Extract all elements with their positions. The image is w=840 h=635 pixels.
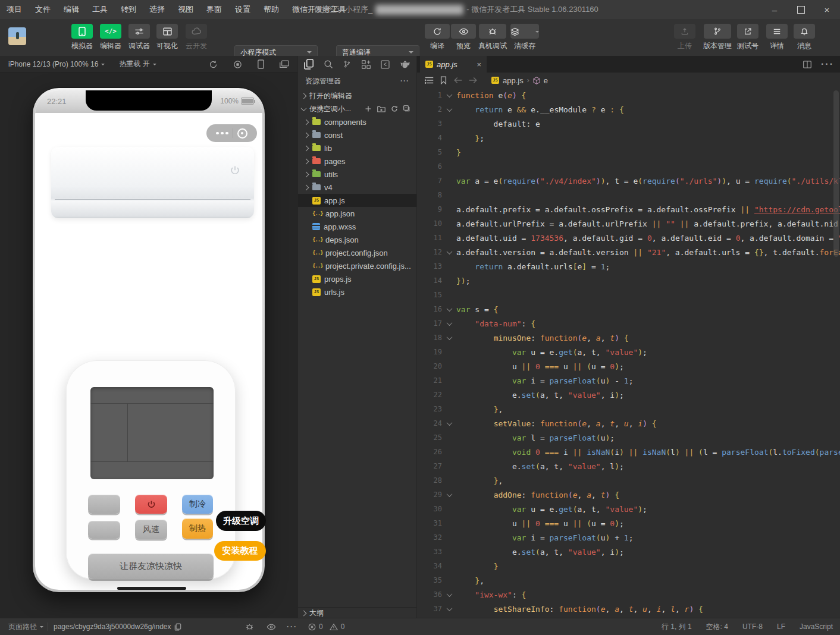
remote-share-button[interactable]: 让群友凉快凉快	[88, 554, 214, 579]
code-line[interactable]: 36 "iwx-wx": {	[417, 587, 840, 602]
code-line[interactable]: 18 minusOne: function(e, a, t) {	[417, 331, 840, 345]
copy-icon[interactable]	[174, 623, 181, 631]
code-line[interactable]: 3 default: e	[417, 117, 840, 131]
code-line[interactable]: 27 e.set(a, t, "value", l);	[417, 459, 840, 473]
record-icon[interactable]	[233, 60, 242, 69]
code-line[interactable]: 31 u || 0 === u || (u = 0);	[417, 516, 840, 530]
miniprogram-capsule[interactable]	[206, 124, 257, 142]
multi-window-icon[interactable]	[280, 60, 289, 68]
visualizer-toggle-button[interactable]: 可视化	[153, 24, 181, 51]
code-line[interactable]: 10a.default.urlPrefix = a.default.urlPre…	[417, 216, 840, 231]
file-row[interactable]: {..}app.json	[298, 207, 416, 220]
line-number[interactable]: 15	[417, 291, 442, 299]
line-number[interactable]: 24	[417, 419, 442, 427]
more-actions-icon[interactable]: ···	[400, 77, 409, 85]
test-account-button[interactable]: 测试号	[734, 24, 761, 51]
fold-gutter[interactable]	[442, 493, 456, 497]
line-number[interactable]: 17	[417, 319, 442, 328]
new-file-icon[interactable]	[365, 105, 372, 112]
line-number[interactable]: 19	[417, 348, 442, 356]
line-number[interactable]: 8	[417, 191, 442, 199]
file-row[interactable]: JSprops.js	[298, 272, 416, 285]
install-tutorial-pill[interactable]: 安装教程	[214, 541, 266, 561]
code-line[interactable]: 14});	[417, 274, 840, 288]
code-line[interactable]: 32 var i = parseFloat(u) + 1;	[417, 530, 840, 545]
close-button[interactable]: ×	[814, 0, 840, 19]
file-row[interactable]: {..}deps.json	[298, 233, 416, 246]
file-row[interactable]: {..}project.private.config.js...	[298, 259, 416, 272]
debugger-toggle-button[interactable]: 调试器	[126, 24, 153, 51]
code-line[interactable]: 33 e.set(a, t, "value", i);	[417, 545, 840, 559]
close-capsule-icon[interactable]	[237, 128, 247, 139]
line-number[interactable]: 13	[417, 262, 442, 271]
version-manage-button[interactable]: 版本管理	[700, 24, 735, 51]
split-editor-icon[interactable]	[803, 61, 811, 68]
code-line[interactable]: 6	[417, 159, 840, 174]
line-number[interactable]: 25	[417, 433, 442, 442]
line-number[interactable]: 23	[417, 405, 442, 413]
forward-icon[interactable]	[469, 77, 478, 84]
code-line[interactable]: 17 "data-num": {	[417, 316, 840, 331]
page-path-value[interactable]: pages/cbygz9da3j50000dw26g/index	[54, 618, 181, 635]
code-line[interactable]: 1function e(e) {	[417, 88, 840, 102]
line-number[interactable]: 34	[417, 562, 442, 570]
line-number[interactable]: 22	[417, 391, 442, 399]
snippet-icon[interactable]	[381, 60, 390, 69]
indent-setting[interactable]: 空格: 4	[706, 622, 728, 632]
editor-scrollbar[interactable]	[833, 90, 839, 257]
code-line[interactable]: 25 var l = parseFloat(u);	[417, 430, 840, 445]
remote-heat-button[interactable]: 制热	[182, 518, 213, 539]
line-number[interactable]: 5	[417, 148, 442, 156]
fold-gutter[interactable]	[442, 336, 456, 340]
new-folder-icon[interactable]	[377, 105, 385, 112]
line-number[interactable]: 28	[417, 476, 442, 485]
fold-gutter[interactable]	[442, 422, 456, 426]
open-editors-section[interactable]: 打开的编辑器	[298, 89, 416, 102]
line-number[interactable]: 26	[417, 448, 442, 456]
fold-gutter[interactable]	[442, 607, 456, 611]
line-number[interactable]: 37	[417, 605, 442, 613]
code-area[interactable]: 1function e(e) {2 return e && e.__esModu…	[417, 88, 840, 618]
file-row[interactable]: const	[298, 128, 416, 142]
code-line[interactable]: 8	[417, 188, 840, 202]
menu-item[interactable]: 编辑	[57, 0, 86, 19]
line-number[interactable]: 2	[417, 105, 442, 114]
extensions-icon[interactable]	[362, 60, 371, 69]
cursor-position[interactable]: 行 1, 列 1	[662, 622, 692, 632]
file-row[interactable]: utils	[298, 168, 416, 181]
debug-status-icon[interactable]	[245, 618, 254, 635]
code-line[interactable]: 21 var i = parseFloat(u) - 1;	[417, 373, 840, 388]
upload-button[interactable]: 上传	[671, 24, 698, 51]
remote-cool-button[interactable]: 制冷	[182, 495, 213, 514]
details-button[interactable]: 详情	[763, 24, 791, 51]
line-number[interactable]: 3	[417, 120, 442, 128]
clear-cache-button[interactable]: 清缓存	[509, 24, 540, 51]
code-line[interactable]: 16var s = {	[417, 302, 840, 316]
upgrade-ac-pill[interactable]: 升级空调	[216, 511, 266, 531]
messages-button[interactable]: 消息	[791, 24, 818, 51]
device-select[interactable]: iPhone 12/13 (Pro) 100% 16	[0, 60, 109, 68]
line-number[interactable]: 35	[417, 576, 442, 584]
line-number[interactable]: 18	[417, 334, 442, 342]
file-row[interactable]: JSapp.js	[298, 194, 416, 207]
more-status-icon[interactable]: ···	[287, 618, 297, 635]
line-number[interactable]: 9	[417, 205, 442, 213]
line-number[interactable]: 33	[417, 548, 442, 556]
code-line[interactable]: 22 e.set(a, t, "value", i);	[417, 388, 840, 402]
line-number[interactable]: 32	[417, 533, 442, 542]
line-number[interactable]: 10	[417, 219, 442, 228]
device-frame-icon[interactable]	[258, 59, 264, 69]
remote-blank-button-1[interactable]	[88, 495, 120, 514]
close-tab-icon[interactable]: ×	[477, 60, 481, 69]
fold-gutter[interactable]	[442, 307, 456, 312]
menu-item[interactable]: 选择	[143, 0, 171, 19]
files-icon[interactable]	[304, 59, 314, 70]
device-debug-button[interactable]: 真机调试	[475, 24, 510, 51]
problems-indicator[interactable]: 0 0	[308, 618, 344, 635]
menu-item[interactable]: 设置	[228, 0, 257, 19]
line-number[interactable]: 20	[417, 362, 442, 370]
remote-power-button[interactable]	[135, 495, 167, 514]
code-line[interactable]: 37 setShareInfo: function(e, a, t, u, i,…	[417, 602, 840, 616]
file-row[interactable]: pages	[298, 155, 416, 168]
file-row[interactable]: lib	[298, 142, 416, 155]
